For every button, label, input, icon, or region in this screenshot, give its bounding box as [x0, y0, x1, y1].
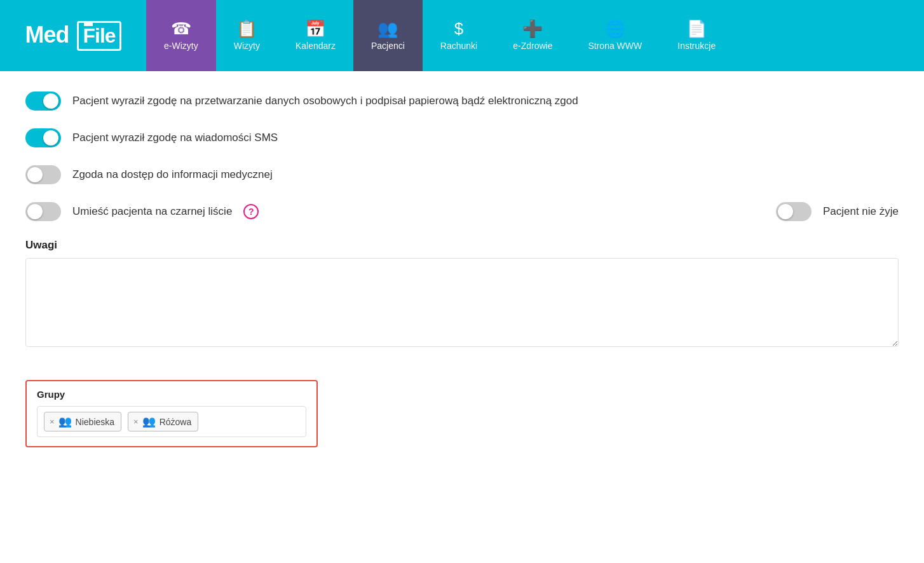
toggle-label-consent-data: Pacjent wyraził zgodę na przetwarzanie d…: [72, 95, 578, 107]
toggle-deceased[interactable]: [776, 202, 812, 221]
help-icon-blacklist[interactable]: ?: [243, 204, 259, 219]
toggle-row-medical: Zgoda na dostęp do informacji medycznej: [25, 165, 899, 184]
grupy-container: Grupy × 👥 Niebieska × 👥 Różowa: [25, 365, 899, 447]
tag-label-niebieska: Niebieska: [76, 417, 114, 427]
nav-item-instrukcje[interactable]: 📄 Instrukcje: [660, 0, 733, 71]
nav-label-rachunki: Rachunki: [440, 41, 477, 51]
toggle-thumb-blacklist: [27, 204, 43, 219]
plus-icon: ➕: [522, 20, 543, 37]
logo-med: Med: [25, 22, 69, 48]
toggle-label-deceased: Pacjent nie żyje: [823, 205, 899, 218]
tag-label-rozowa: Różowa: [160, 417, 192, 427]
patients-icon: 👥: [377, 20, 398, 37]
logo-area: Med File: [0, 0, 146, 71]
grupy-section: Grupy × 👥 Niebieska × 👥 Różowa: [25, 380, 318, 447]
toggle-thumb-consent-sms: [43, 130, 58, 146]
toggle-label-consent-sms: Pacjent wyraził zgodę na wiadomości SMS: [72, 132, 278, 144]
calendar-icon: 📅: [305, 20, 325, 37]
nav-label-e-zdrowie: e-Zdrowie: [513, 41, 552, 51]
nav-items: ☎ e-Wizyty 📋 Wizyty 📅 Kalendarz 👥 Pacjen…: [146, 0, 924, 71]
nav-item-e-zdrowie[interactable]: ➕ e-Zdrowie: [495, 0, 570, 71]
toggle-row-blacklist-split: Umieść pacjenta na czarnej liście ? Pacj…: [25, 202, 899, 221]
grupy-tags[interactable]: × 👥 Niebieska × 👥 Różowa: [37, 406, 306, 437]
toggle-thumb-deceased: [778, 204, 793, 219]
tag-niebieska[interactable]: × 👥 Niebieska: [44, 412, 121, 431]
toggle-row-right-deceased: Pacjent nie żyje: [776, 202, 899, 221]
nav-label-pacjenci: Pacjenci: [371, 41, 405, 51]
nav-label-wizyty: Wizyty: [234, 41, 260, 51]
nav-label-instrukcje: Instrukcje: [677, 41, 716, 51]
logo-file: File: [77, 21, 121, 51]
list-icon: 📋: [236, 20, 257, 37]
nav-item-pacjenci[interactable]: 👥 Pacjenci: [353, 0, 423, 71]
app-logo: Med File: [25, 21, 121, 51]
tag-icon-pink: 👥: [142, 415, 156, 428]
globe-icon: 🌐: [605, 20, 625, 37]
toggle-blacklist[interactable]: [25, 202, 61, 221]
toggle-label-medical: Zgoda na dostęp do informacji medycznej: [72, 168, 273, 181]
nav-item-rachunki[interactable]: $ Rachunki: [423, 0, 495, 71]
top-navigation: Med File ☎ e-Wizyty 📋 Wizyty 📅 Kalendarz…: [0, 0, 924, 71]
toggle-row-consent-sms: Pacjent wyraził zgodę na wiadomości SMS: [25, 128, 899, 147]
nav-label-strona-www: Strona WWW: [588, 41, 642, 51]
tag-x-rozowa[interactable]: ×: [133, 417, 139, 426]
nav-item-strona-www[interactable]: 🌐 Strona WWW: [570, 0, 660, 71]
tag-x-niebieska[interactable]: ×: [50, 417, 55, 426]
uwagi-label: Uwagi: [25, 239, 899, 252]
toggle-consent-sms[interactable]: [25, 128, 61, 147]
toggle-thumb-medical: [27, 167, 43, 182]
grupy-title: Grupy: [37, 389, 306, 400]
toggle-consent-data[interactable]: [25, 92, 61, 111]
nav-label-kalendarz: Kalendarz: [296, 41, 336, 51]
nav-item-kalendarz[interactable]: 📅 Kalendarz: [278, 0, 353, 71]
document-icon: 📄: [686, 20, 707, 37]
toggle-thumb-consent-data: [43, 93, 58, 109]
uwagi-textarea[interactable]: [25, 258, 899, 347]
nav-label-e-wizyty: e-Wizyty: [164, 41, 198, 51]
dollar-icon: $: [454, 20, 463, 37]
nav-item-wizyty[interactable]: 📋 Wizyty: [216, 0, 278, 71]
phone-icon: ☎: [171, 20, 191, 37]
main-content: Pacjent wyraził zgodę na przetwarzanie d…: [0, 71, 924, 563]
tag-icon-blue: 👥: [58, 415, 72, 428]
toggle-consent-medical[interactable]: [25, 165, 61, 184]
tag-rozowa[interactable]: × 👥 Różowa: [128, 412, 198, 431]
toggle-label-blacklist: Umieść pacjenta na czarnej liście: [72, 205, 232, 218]
toggle-row-left-blacklist: Umieść pacjenta na czarnej liście ?: [25, 202, 259, 221]
nav-item-e-wizyty[interactable]: ☎ e-Wizyty: [146, 0, 216, 71]
toggle-row-consent-data: Pacjent wyraził zgodę na przetwarzanie d…: [25, 92, 899, 111]
